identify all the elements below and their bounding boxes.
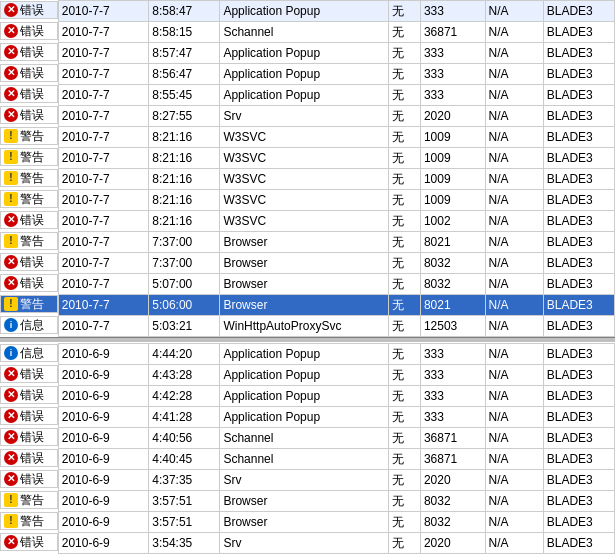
error-icon: ✕ xyxy=(4,213,18,227)
error-icon: ✕ xyxy=(4,451,18,465)
table-row[interactable]: !警告2010-7-75:06:00Browser无8021N/ABLADE3 xyxy=(0,295,615,316)
table-row[interactable]: !警告2010-7-78:21:16W3SVC无1009N/ABLADE3 xyxy=(0,190,615,211)
warn-icon: ! xyxy=(4,514,18,528)
error-icon: ✕ xyxy=(4,45,18,59)
error-icon: ✕ xyxy=(4,430,18,444)
error-icon: ✕ xyxy=(4,66,18,80)
table-row[interactable]: !警告2010-7-78:21:16W3SVC无1009N/ABLADE3 xyxy=(0,127,615,148)
warn-icon: ! xyxy=(4,493,18,507)
table-row[interactable]: ✕错误2010-6-94:41:28Application Popup无333N… xyxy=(0,407,615,428)
table-row[interactable]: ✕错误2010-6-94:43:28Application Popup无333N… xyxy=(0,365,615,386)
warn-icon: ! xyxy=(4,297,18,311)
table-row[interactable]: ✕错误2010-6-94:37:35Srv无2020N/ABLADE3 xyxy=(0,470,615,491)
error-icon: ✕ xyxy=(4,108,18,122)
table-row[interactable]: ✕错误2010-7-78:57:47Application Popup无333N… xyxy=(0,43,615,64)
table-row[interactable]: !警告2010-7-77:37:00Browser无8021N/ABLADE3 xyxy=(0,232,615,253)
table-row[interactable]: ✕错误2010-7-77:37:00Browser无8032N/ABLADE3 xyxy=(0,253,615,274)
table-row[interactable]: ✕错误2010-7-78:58:47Application Popup无333N… xyxy=(0,1,615,22)
table-row[interactable]: !警告2010-6-93:57:51Browser无8032N/ABLADE3 xyxy=(0,491,615,512)
error-icon: ✕ xyxy=(4,367,18,381)
warn-icon: ! xyxy=(4,150,18,164)
table-row[interactable]: !警告2010-6-93:57:51Browser无8032N/ABLADE3 xyxy=(0,512,615,533)
error-icon: ✕ xyxy=(4,3,18,17)
warn-icon: ! xyxy=(4,234,18,248)
error-icon: ✕ xyxy=(4,535,18,549)
warn-icon: ! xyxy=(4,171,18,185)
log-viewer: ✕错误2010-7-78:58:47Application Popup无333N… xyxy=(0,0,615,554)
table-row[interactable]: i信息2010-7-75:03:21WinHttpAutoProxySvc无12… xyxy=(0,316,615,337)
error-icon: ✕ xyxy=(4,87,18,101)
warn-icon: ! xyxy=(4,192,18,206)
info-icon: i xyxy=(4,318,18,332)
table-row[interactable]: ✕错误2010-7-78:55:45Application Popup无333N… xyxy=(0,85,615,106)
table-row[interactable]: ✕错误2010-6-94:40:56Schannel无36871N/ABLADE… xyxy=(0,428,615,449)
info-icon: i xyxy=(4,346,18,360)
log-table-section2: i信息2010-6-94:44:20Application Popup无333N… xyxy=(0,343,615,554)
table-row[interactable]: ✕错误2010-6-94:40:45Schannel无36871N/ABLADE… xyxy=(0,449,615,470)
table-row[interactable]: ✕错误2010-7-78:27:55Srv无2020N/ABLADE3 xyxy=(0,106,615,127)
error-icon: ✕ xyxy=(4,276,18,290)
table-row[interactable]: ✕错误2010-7-75:07:00Browser无8032N/ABLADE3 xyxy=(0,274,615,295)
table-row[interactable]: !警告2010-7-78:21:16W3SVC无1009N/ABLADE3 xyxy=(0,169,615,190)
table-row[interactable]: ✕错误2010-7-78:58:15Schannel无36871N/ABLADE… xyxy=(0,22,615,43)
warn-icon: ! xyxy=(4,129,18,143)
table-row[interactable]: i信息2010-6-94:44:20Application Popup无333N… xyxy=(0,344,615,365)
table-row[interactable]: !警告2010-7-78:21:16W3SVC无1009N/ABLADE3 xyxy=(0,148,615,169)
table-row[interactable]: ✕错误2010-7-78:56:47Application Popup无333N… xyxy=(0,64,615,85)
table-row[interactable]: ✕错误2010-7-78:21:16W3SVC无1002N/ABLADE3 xyxy=(0,211,615,232)
log-table-section1: ✕错误2010-7-78:58:47Application Popup无333N… xyxy=(0,0,615,337)
error-icon: ✕ xyxy=(4,255,18,269)
error-icon: ✕ xyxy=(4,24,18,38)
section-divider xyxy=(0,337,615,343)
table-row[interactable]: ✕错误2010-6-93:54:35Srv无2020N/ABLADE3 xyxy=(0,533,615,554)
error-icon: ✕ xyxy=(4,472,18,486)
table-row[interactable]: ✕错误2010-6-94:42:28Application Popup无333N… xyxy=(0,386,615,407)
error-icon: ✕ xyxy=(4,388,18,402)
error-icon: ✕ xyxy=(4,409,18,423)
